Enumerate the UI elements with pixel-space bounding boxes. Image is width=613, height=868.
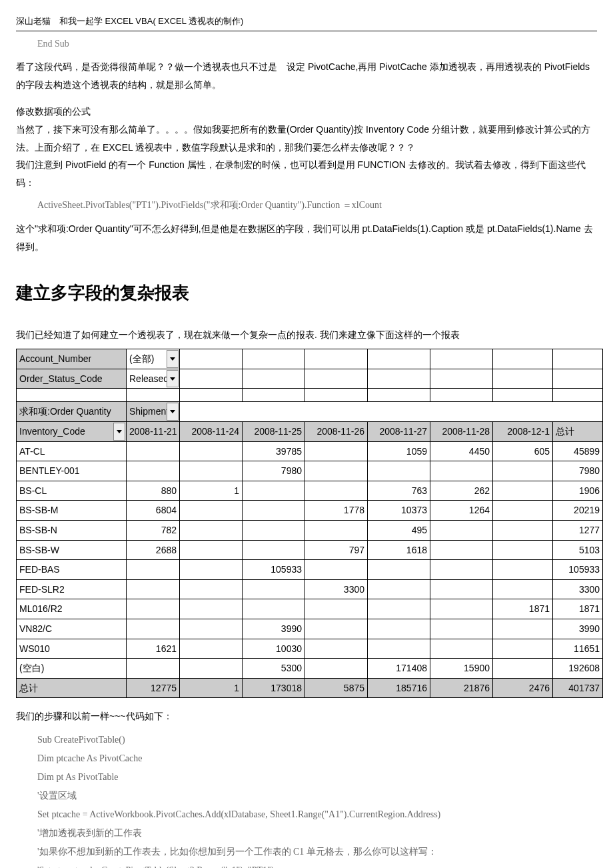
data-cell: 797 xyxy=(305,540,368,560)
data-cell: 10030 xyxy=(243,639,305,659)
filter-account-text: (全部) xyxy=(129,353,154,364)
data-cell: 782 xyxy=(127,520,180,540)
data-cell xyxy=(305,560,368,580)
data-cell xyxy=(368,619,430,639)
data-cell: 495 xyxy=(368,520,430,540)
col-header: 2008-12-1 xyxy=(493,421,553,441)
data-cell: 10373 xyxy=(368,501,430,521)
filter-status-label: Order_Status_Code xyxy=(17,369,127,389)
data-cell: 11651 xyxy=(553,639,603,659)
filter-status-value[interactable]: Released xyxy=(127,369,180,389)
data-cell xyxy=(127,659,180,679)
filter-account-value[interactable]: (全部) xyxy=(127,349,180,369)
row-label: FED-SLR2 xyxy=(17,579,127,599)
data-cell: 1871 xyxy=(553,599,603,619)
code-block: Sub CreatePivotTable()Dim ptcache As Piv… xyxy=(16,731,597,868)
data-cell xyxy=(493,659,553,679)
data-cell xyxy=(243,520,305,540)
col-header: 2008-11-28 xyxy=(430,421,493,441)
code-line: Dim ptcache As PivotCache xyxy=(37,749,597,768)
row-label: ML016/R2 xyxy=(17,599,127,619)
data-cell xyxy=(493,540,553,560)
col-header: 2008-11-27 xyxy=(368,421,430,441)
code-line: '增加透视表到新的工作表 xyxy=(37,824,597,843)
column-field-text: Shipment xyxy=(129,406,169,417)
data-cell: 21876 xyxy=(430,678,493,698)
data-cell: 15900 xyxy=(430,659,493,679)
data-cell xyxy=(180,599,243,619)
data-cell xyxy=(430,579,493,599)
filter-status-text: Released xyxy=(129,373,169,384)
paragraph-2c: 这个"求和项:Order Quantity"可不怎么好得到,但是他是在数据区的字… xyxy=(16,220,597,255)
row-label: BS-CL xyxy=(17,481,127,501)
data-cell: 4450 xyxy=(430,441,493,461)
data-cell: 880 xyxy=(127,481,180,501)
data-cell xyxy=(368,579,430,599)
data-cell xyxy=(493,639,553,659)
data-cell xyxy=(127,560,180,580)
data-cell xyxy=(180,520,243,540)
data-cell xyxy=(305,619,368,639)
data-cell xyxy=(430,520,493,540)
data-cell: 1059 xyxy=(368,441,430,461)
data-cell xyxy=(180,501,243,521)
data-cell: 1871 xyxy=(493,599,553,619)
data-cell: 45899 xyxy=(553,441,603,461)
data-cell xyxy=(243,501,305,521)
data-cell xyxy=(127,461,180,481)
data-cell xyxy=(180,441,243,461)
data-cell xyxy=(305,520,368,540)
dropdown-icon[interactable] xyxy=(113,423,125,441)
data-cell: 1 xyxy=(180,678,243,698)
row-field-text: Inventory_Code xyxy=(19,426,85,437)
data-cell: 1 xyxy=(180,481,243,501)
data-cell xyxy=(127,579,180,599)
data-cell: 763 xyxy=(368,481,430,501)
dropdown-icon[interactable] xyxy=(167,350,179,368)
data-cell xyxy=(305,599,368,619)
data-cell: 2688 xyxy=(127,540,180,560)
column-field-label[interactable]: Shipment xyxy=(127,402,180,422)
col-header-total: 总计 xyxy=(553,421,603,441)
data-cell: 605 xyxy=(493,441,553,461)
data-cell: 12775 xyxy=(127,678,180,698)
data-cell: 262 xyxy=(430,481,493,501)
code-line: '如果你不想加到新的工作表去，比如你想加到另一个工作表的 C1 单元格去，那么你… xyxy=(37,843,597,861)
data-cell xyxy=(430,599,493,619)
code-line-endsub: End Sub xyxy=(16,35,597,53)
data-cell: 5300 xyxy=(243,659,305,679)
code-line: Sub CreatePivotTable() xyxy=(37,731,597,749)
data-cell: 3990 xyxy=(243,619,305,639)
page-header: 深山老猫 和我一起学 EXCEL VBA( EXCEL 透视表的制作) xyxy=(16,13,597,31)
row-label: VN82/C xyxy=(17,619,127,639)
data-cell: 1264 xyxy=(430,501,493,521)
row-label: FED-BAS xyxy=(17,560,127,580)
data-cell xyxy=(180,579,243,599)
data-cell: 39785 xyxy=(243,441,305,461)
data-cell: 7980 xyxy=(243,461,305,481)
col-header: 2008-11-21 xyxy=(127,421,180,441)
data-cell: 3300 xyxy=(553,579,603,599)
data-cell xyxy=(180,461,243,481)
row-label: BS-SB-W xyxy=(17,540,127,560)
data-cell xyxy=(127,619,180,639)
data-cell xyxy=(493,501,553,521)
data-cell: 7980 xyxy=(553,461,603,481)
data-cell xyxy=(305,461,368,481)
data-cell xyxy=(368,461,430,481)
data-cell xyxy=(430,540,493,560)
dropdown-icon[interactable] xyxy=(167,403,179,421)
row-field-label[interactable]: Inventory_Code xyxy=(17,421,127,441)
row-label: BENTLEY-001 xyxy=(17,461,127,481)
data-cell xyxy=(430,461,493,481)
data-cell: 1618 xyxy=(368,540,430,560)
data-cell: 3300 xyxy=(305,579,368,599)
data-cell xyxy=(305,441,368,461)
code-line: 'Set pt = ptcache.CreatePivotTable(Sheet… xyxy=(37,861,597,868)
data-cell xyxy=(243,481,305,501)
dropdown-icon[interactable] xyxy=(167,370,179,388)
col-header: 2008-11-25 xyxy=(243,421,305,441)
data-cell xyxy=(305,659,368,679)
data-cell xyxy=(243,540,305,560)
data-cell: 1778 xyxy=(305,501,368,521)
